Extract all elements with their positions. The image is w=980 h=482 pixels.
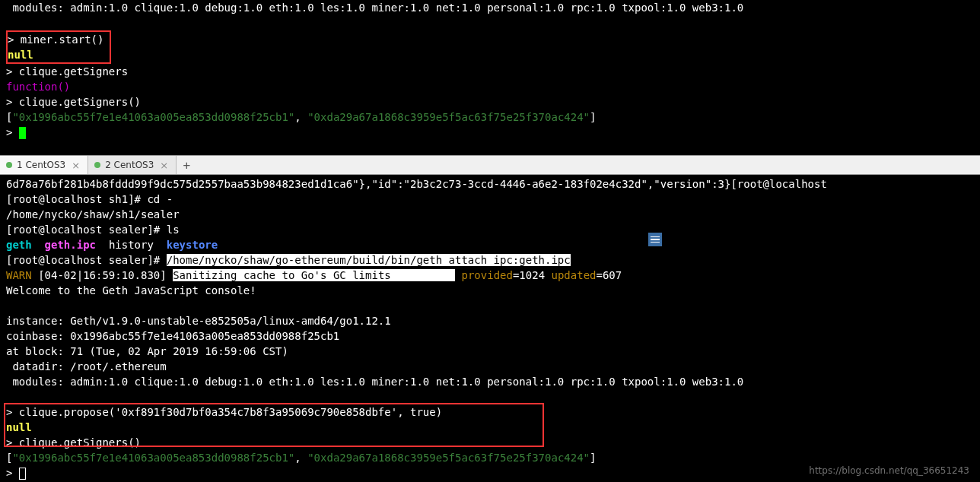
cursor-icon	[19, 127, 26, 139]
modules-line-bottom: modules: admin:1.0 clique:1.0 debug:1.0 …	[6, 374, 974, 389]
cursor-icon	[19, 468, 26, 480]
result-function: function()	[6, 79, 974, 94]
cmd-getsigners-call: > clique.getSigners()	[6, 94, 974, 109]
add-tab-button[interactable]: +	[177, 156, 196, 174]
blank-line	[6, 15, 974, 30]
json-fragment-line: 6d78a76bf281b4b8fddd99f9dc575d2557baa53b…	[6, 176, 974, 192]
cmd-cd: [root@localhost sh1]# cd -	[6, 192, 974, 207]
blank-line	[6, 298, 974, 313]
terminal-pane-top[interactable]: modules: admin:1.0 clique:1.0 debug:1.0 …	[0, 0, 980, 155]
highlighted-path: /home/nycko/shaw/go-ethereum/build/bin/g…	[167, 254, 571, 266]
warn-line: WARN [04-02|16:59:10.830] Sanitizing cac…	[6, 268, 974, 283]
result-null: null	[8, 47, 103, 62]
status-dot-icon	[6, 162, 12, 168]
block-line: at block: 71 (Tue, 02 Apr 2019 16:59:06 …	[6, 344, 974, 359]
blank-line	[6, 140, 974, 155]
cmd-geth-attach: [root@localhost sealer]# /home/nycko/sha…	[6, 252, 974, 268]
ls-output: geth geth.ipc history keystore	[6, 237, 974, 252]
tab-bar: 1 CentOS3 × 2 CentOS3 × +	[0, 155, 980, 175]
status-dot-icon	[94, 162, 100, 168]
tab-centos3-2[interactable]: 2 CentOS3 ×	[88, 156, 177, 174]
plus-icon: +	[183, 158, 190, 173]
highlight-box-miner: > miner.start() null	[6, 30, 111, 64]
close-icon[interactable]: ×	[70, 160, 81, 171]
cmd-ls: [root@localhost sealer]# ls	[6, 222, 974, 237]
result-signers-array-top: ["0x1996abc55f7e1e41063a005ea853dd0988f2…	[6, 109, 974, 125]
close-icon[interactable]: ×	[158, 160, 170, 171]
ls-geth: geth	[6, 239, 32, 251]
cmd-getsigners-ref: > clique.getSigners	[6, 64, 974, 79]
text-editor-icon[interactable]	[648, 233, 662, 246]
tab-label: 2 CentOS3	[105, 160, 154, 170]
ls-history: history	[109, 239, 154, 251]
datadir-line: datadir: /root/.ethereum	[6, 359, 974, 374]
cmd-propose: > clique.propose('0xf891f30d7bf0a354c7b8…	[6, 404, 974, 420]
tab-label: 1 CentOS3	[17, 160, 65, 170]
coinbase-line: coinbase: 0x1996abc55f7e1e41063a005ea853…	[6, 328, 974, 344]
result-signers-array-bottom: ["0x1996abc55f7e1e41063a005ea853dd0988f2…	[6, 450, 974, 465]
instance-line: instance: Geth/v1.9.0-unstable-e852505a/…	[6, 313, 974, 328]
ls-geth-ipc: geth.ipc	[45, 239, 96, 251]
watermark-text: https://blog.csdn.net/qq_36651243	[809, 465, 969, 476]
blank-line	[6, 389, 974, 404]
welcome-line: Welcome to the Geth JavaScript console!	[6, 283, 974, 298]
terminal-pane-bottom[interactable]: 6d78a76bf281b4b8fddd99f9dc575d2557baa53b…	[0, 175, 980, 480]
cwd-line: /home/nycko/shaw/sh1/sealer	[6, 207, 974, 222]
ls-keystore: keystore	[167, 239, 218, 251]
cmd-miner-start: > miner.start()	[8, 32, 103, 47]
result-null-bottom: null	[6, 420, 974, 435]
cmd-getsigners-bottom: > clique.getSigners()	[6, 435, 974, 450]
prompt-line-top[interactable]: >	[6, 125, 974, 140]
modules-line: modules: admin:1.0 clique:1.0 debug:1.0 …	[6, 0, 974, 15]
tab-centos3-1[interactable]: 1 CentOS3 ×	[0, 156, 88, 174]
